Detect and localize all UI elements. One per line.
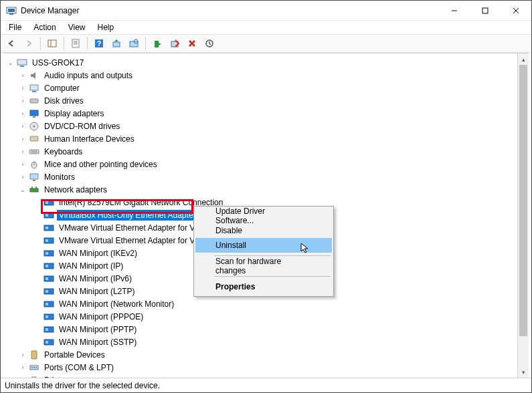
- expander-icon[interactable]: ›: [18, 134, 27, 144]
- svg-rect-2: [9, 13, 13, 15]
- tree-label: Print queues: [42, 375, 91, 378]
- legacy-hardware-button[interactable]: [201, 35, 217, 51]
- svg-rect-44: [46, 201, 48, 204]
- expander-icon[interactable]: ›: [18, 122, 27, 131]
- ctx-separator: [214, 276, 331, 277]
- tree-label: Display adapters: [42, 108, 106, 119]
- svg-rect-27: [30, 99, 38, 103]
- svg-text:?: ?: [97, 39, 102, 47]
- tree-category-ports[interactable]: › Ports (COM & LPT): [5, 361, 517, 374]
- svg-rect-64: [46, 328, 48, 331]
- tree-category-mice[interactable]: › Mice and other pointing devices: [5, 158, 517, 170]
- svg-rect-1: [8, 9, 15, 12]
- ctx-label: Uninstall: [215, 241, 246, 250]
- tree-category-network[interactable]: ⌄ Network adapters: [5, 183, 517, 196]
- network-adapter-icon: [43, 337, 54, 348]
- maximize-button[interactable]: [470, 1, 501, 21]
- keyboard-icon: [29, 146, 39, 157]
- close-button[interactable]: [501, 1, 531, 21]
- tree-label: Mice and other pointing devices: [42, 159, 159, 170]
- context-menu: Update Driver Software... Disable Uninst…: [193, 206, 334, 297]
- computer-icon: [17, 57, 27, 68]
- scroll-up-button[interactable]: ▴: [518, 53, 529, 65]
- svg-point-71: [35, 367, 37, 368]
- svg-rect-52: [46, 252, 48, 255]
- tree-category-disk[interactable]: › Disk drives: [5, 94, 517, 107]
- tree-label: Monitors: [42, 172, 77, 182]
- ctx-uninstall[interactable]: Uninstall: [195, 238, 332, 253]
- tree-device-wan-sstp[interactable]: WAN Miniport (SSTP): [5, 336, 517, 348]
- ctx-scan[interactable]: Scan for hardware changes: [195, 259, 332, 273]
- svg-rect-9: [72, 39, 79, 47]
- menu-help[interactable]: Help: [92, 21, 120, 33]
- tree-category-computer[interactable]: › Computer: [5, 82, 517, 94]
- device-manager-window: Device Manager File Action View Help ?: [0, 0, 532, 393]
- svg-rect-24: [20, 66, 24, 67]
- tree-label: Portable Devices: [42, 350, 107, 360]
- network-adapter-icon: [43, 299, 54, 309]
- mouse-icon: [29, 159, 39, 170]
- show-hide-console-tree-button[interactable]: [44, 35, 60, 51]
- svg-rect-73: [32, 377, 36, 378]
- tree-device-wan-pppoe[interactable]: WAN Miniport (PPPOE): [5, 310, 517, 323]
- svg-rect-32: [30, 136, 38, 141]
- back-button[interactable]: [3, 35, 19, 51]
- expander-icon[interactable]: ›: [18, 160, 27, 169]
- update-driver-button[interactable]: [108, 35, 124, 51]
- vertical-scrollbar[interactable]: ▴ ▾: [517, 53, 529, 378]
- expander-icon[interactable]: ›: [18, 350, 27, 360]
- network-adapter-icon: [43, 286, 54, 297]
- tree-category-printq[interactable]: › Print queues: [5, 374, 517, 378]
- scroll-down-button[interactable]: ▾: [518, 366, 529, 378]
- ctx-properties[interactable]: Properties: [195, 279, 332, 294]
- display-icon: [29, 108, 39, 119]
- tree-category-audio[interactable]: › Audio inputs and outputs: [5, 69, 517, 82]
- ctx-disable[interactable]: Disable: [195, 223, 332, 238]
- menu-view[interactable]: View: [63, 21, 91, 33]
- tree-device-wan-pptp[interactable]: WAN Miniport (PPTP): [5, 323, 517, 336]
- network-adapter-icon: [43, 223, 54, 233]
- scroll-track[interactable]: [518, 65, 529, 366]
- expander-icon[interactable]: ›: [18, 109, 27, 118]
- expander-icon[interactable]: ⌄: [18, 185, 27, 194]
- minimize-button[interactable]: [439, 1, 470, 21]
- menubar: File Action View Help: [1, 21, 531, 34]
- tree-category-portable[interactable]: › Portable Devices: [5, 348, 517, 361]
- uninstall-button[interactable]: [184, 35, 200, 51]
- expander-icon[interactable]: ›: [18, 84, 27, 93]
- network-adapter-icon: [43, 273, 54, 284]
- menu-action[interactable]: Action: [28, 21, 61, 33]
- tree-category-display[interactable]: › Display adapters: [5, 107, 517, 120]
- statusbar: Uninstalls the driver for the selected d…: [1, 378, 531, 392]
- scroll-thumb[interactable]: [519, 65, 527, 336]
- tree-category-keyboards[interactable]: › Keyboards: [5, 145, 517, 158]
- expander-icon[interactable]: ›: [18, 71, 27, 80]
- expander-icon[interactable]: ›: [18, 376, 27, 378]
- network-adapter-icon: [43, 248, 54, 259]
- properties-button[interactable]: [68, 35, 84, 51]
- tree-category-dvd[interactable]: › DVD/CD-ROM drives: [5, 120, 517, 132]
- svg-point-70: [33, 367, 35, 368]
- tree-label: Keyboards: [42, 146, 84, 157]
- scan-hardware-button[interactable]: [126, 35, 142, 51]
- expander-icon[interactable]: ⌄: [6, 58, 15, 68]
- expander-icon[interactable]: ›: [18, 363, 27, 372]
- svg-rect-58: [46, 290, 48, 293]
- tree-device-wan-nm[interactable]: WAN Miniport (Network Monitor): [5, 297, 517, 310]
- expander-icon[interactable]: ›: [18, 96, 27, 106]
- svg-rect-54: [46, 265, 48, 267]
- ctx-label: Properties: [215, 282, 255, 291]
- enable-button[interactable]: [149, 35, 165, 51]
- forward-button[interactable]: [21, 35, 37, 51]
- expander-icon[interactable]: ›: [18, 147, 27, 156]
- expander-icon[interactable]: ›: [18, 172, 27, 182]
- disable-button[interactable]: [167, 35, 183, 51]
- app-icon: [6, 5, 17, 16]
- help-button[interactable]: ?: [91, 35, 107, 51]
- tree-category-hid[interactable]: › Human Interface Devices: [5, 132, 517, 145]
- ctx-update-driver[interactable]: Update Driver Software...: [195, 209, 332, 223]
- tree-root[interactable]: ⌄ USS-GROK17: [5, 56, 517, 69]
- tree-category-monitors[interactable]: › Monitors: [5, 170, 517, 183]
- ctx-label: Scan for hardware changes: [215, 257, 305, 275]
- menu-file[interactable]: File: [3, 21, 27, 33]
